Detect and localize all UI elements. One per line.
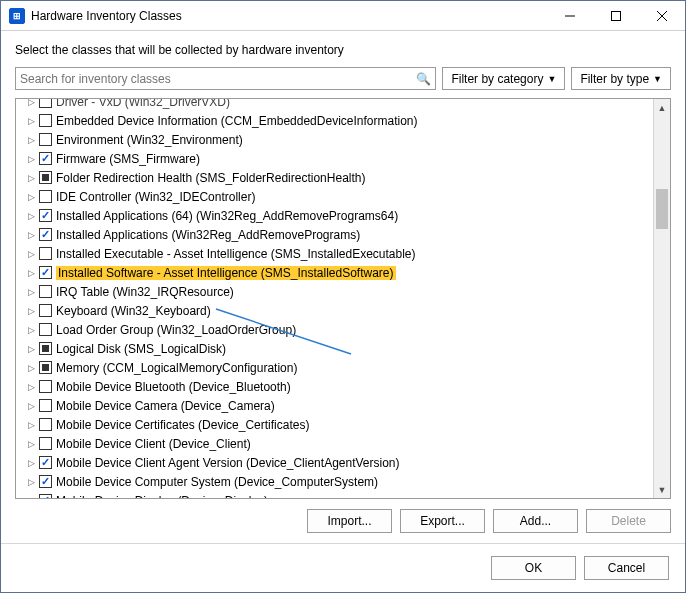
expander-icon[interactable]: ▷ — [26, 458, 37, 468]
search-box[interactable]: 🔍 — [15, 67, 436, 90]
expander-icon[interactable]: ▷ — [26, 477, 37, 487]
expander-icon[interactable]: ▷ — [26, 306, 37, 316]
class-row[interactable]: ▷Environment (Win32_Environment) — [20, 130, 653, 149]
svg-rect-1 — [612, 11, 621, 20]
class-row[interactable]: ▷Folder Redirection Health (SMS_FolderRe… — [20, 168, 653, 187]
window-title: Hardware Inventory Classes — [31, 9, 547, 23]
class-row[interactable]: ▷IRQ Table (Win32_IRQResource) — [20, 282, 653, 301]
expander-icon[interactable]: ▷ — [26, 211, 37, 221]
maximize-button[interactable] — [593, 1, 639, 30]
class-checkbox[interactable] — [39, 247, 52, 260]
class-label: Folder Redirection Health (SMS_FolderRed… — [56, 171, 365, 185]
class-row[interactable]: ▷Mobile Device Display (Device_Display) — [20, 491, 653, 498]
class-checkbox[interactable] — [39, 437, 52, 450]
filter-category-label: Filter by category — [451, 72, 543, 86]
class-row[interactable]: ▷Embedded Device Information (CCM_Embedd… — [20, 111, 653, 130]
class-checkbox[interactable] — [39, 456, 52, 469]
scrollbar-thumb[interactable] — [656, 189, 668, 229]
class-checkbox[interactable] — [39, 494, 52, 498]
class-row[interactable]: ▷Installed Software - Asset Intelligence… — [20, 263, 653, 282]
class-row[interactable]: ▷Logical Disk (SMS_LogicalDisk) — [20, 339, 653, 358]
expander-icon[interactable]: ▷ — [26, 363, 37, 373]
class-checkbox[interactable] — [39, 99, 52, 108]
class-list: ▷Driver - VxD (Win32_DriverVXD)▷Embedded… — [15, 98, 671, 499]
close-button[interactable] — [639, 1, 685, 30]
cancel-button[interactable]: Cancel — [584, 556, 669, 580]
class-row[interactable]: ▷Mobile Device Client Agent Version (Dev… — [20, 453, 653, 472]
class-row[interactable]: ▷IDE Controller (Win32_IDEController) — [20, 187, 653, 206]
add-button[interactable]: Add... — [493, 509, 578, 533]
class-row[interactable]: ▷Mobile Device Camera (Device_Camera) — [20, 396, 653, 415]
filter-category-button[interactable]: Filter by category ▼ — [442, 67, 565, 90]
class-checkbox[interactable] — [39, 228, 52, 241]
class-checkbox[interactable] — [39, 399, 52, 412]
class-checkbox[interactable] — [39, 171, 52, 184]
chevron-down-icon: ▼ — [653, 74, 662, 84]
class-label: Logical Disk (SMS_LogicalDisk) — [56, 342, 226, 356]
class-label: Mobile Device Bluetooth (Device_Bluetoot… — [56, 380, 291, 394]
scrollbar[interactable]: ▲ ▼ — [653, 99, 670, 498]
class-row[interactable]: ▷Mobile Device Client (Device_Client) — [20, 434, 653, 453]
class-row[interactable]: ▷Installed Applications (Win32Reg_AddRem… — [20, 225, 653, 244]
delete-button[interactable]: Delete — [586, 509, 671, 533]
class-row[interactable]: ▷Firmware (SMS_Firmware) — [20, 149, 653, 168]
expander-icon[interactable]: ▷ — [26, 325, 37, 335]
expander-icon[interactable]: ▷ — [26, 439, 37, 449]
class-checkbox[interactable] — [39, 361, 52, 374]
minimize-button[interactable] — [547, 1, 593, 30]
expander-icon[interactable]: ▷ — [26, 268, 37, 278]
class-checkbox[interactable] — [39, 266, 52, 279]
class-checkbox[interactable] — [39, 152, 52, 165]
class-checkbox[interactable] — [39, 475, 52, 488]
class-checkbox[interactable] — [39, 323, 52, 336]
class-row[interactable]: ▷Installed Executable - Asset Intelligen… — [20, 244, 653, 263]
class-checkbox[interactable] — [39, 304, 52, 317]
content-area: Select the classes that will be collecte… — [1, 31, 685, 543]
scroll-down-button[interactable]: ▼ — [654, 481, 670, 498]
class-checkbox[interactable] — [39, 209, 52, 222]
class-checkbox[interactable] — [39, 342, 52, 355]
scroll-up-button[interactable]: ▲ — [654, 99, 670, 116]
expander-icon[interactable]: ▷ — [26, 344, 37, 354]
expander-icon[interactable]: ▷ — [26, 496, 37, 499]
expander-icon[interactable]: ▷ — [26, 230, 37, 240]
class-row[interactable]: ▷Keyboard (Win32_Keyboard) — [20, 301, 653, 320]
class-row[interactable]: ▷Mobile Device Certificates (Device_Cert… — [20, 415, 653, 434]
export-button[interactable]: Export... — [400, 509, 485, 533]
expander-icon[interactable]: ▷ — [26, 420, 37, 430]
expander-icon[interactable]: ▷ — [26, 382, 37, 392]
expander-icon[interactable]: ▷ — [26, 401, 37, 411]
search-input[interactable] — [20, 72, 416, 86]
import-button[interactable]: Import... — [307, 509, 392, 533]
search-filter-row: 🔍 Filter by category ▼ Filter by type ▼ — [15, 67, 671, 90]
expander-icon[interactable]: ▷ — [26, 135, 37, 145]
expander-icon[interactable]: ▷ — [26, 154, 37, 164]
class-label: Firmware (SMS_Firmware) — [56, 152, 200, 166]
expander-icon[interactable]: ▷ — [26, 287, 37, 297]
class-row[interactable]: ▷Mobile Device Computer System (Device_C… — [20, 472, 653, 491]
ok-button[interactable]: OK — [491, 556, 576, 580]
class-row[interactable]: ▷Load Order Group (Win32_LoadOrderGroup) — [20, 320, 653, 339]
filter-type-button[interactable]: Filter by type ▼ — [571, 67, 671, 90]
class-label: Installed Executable - Asset Intelligenc… — [56, 247, 416, 261]
expander-icon[interactable]: ▷ — [26, 173, 37, 183]
class-checkbox[interactable] — [39, 285, 52, 298]
class-label: Environment (Win32_Environment) — [56, 133, 243, 147]
expander-icon[interactable]: ▷ — [26, 192, 37, 202]
class-checkbox[interactable] — [39, 133, 52, 146]
class-label: Mobile Device Client (Device_Client) — [56, 437, 251, 451]
class-row[interactable]: ▷Installed Applications (64) (Win32Reg_A… — [20, 206, 653, 225]
search-icon[interactable]: 🔍 — [416, 72, 431, 86]
class-checkbox[interactable] — [39, 190, 52, 203]
class-checkbox[interactable] — [39, 114, 52, 127]
class-row[interactable]: ▷Memory (CCM_LogicalMemoryConfiguration) — [20, 358, 653, 377]
class-checkbox[interactable] — [39, 418, 52, 431]
class-checkbox[interactable] — [39, 380, 52, 393]
class-label: Mobile Device Client Agent Version (Devi… — [56, 456, 400, 470]
expander-icon[interactable]: ▷ — [26, 116, 37, 126]
expander-icon[interactable]: ▷ — [26, 99, 37, 107]
class-row[interactable]: ▷Driver - VxD (Win32_DriverVXD) — [20, 99, 653, 111]
class-row[interactable]: ▷Mobile Device Bluetooth (Device_Bluetoo… — [20, 377, 653, 396]
filter-type-label: Filter by type — [580, 72, 649, 86]
expander-icon[interactable]: ▷ — [26, 249, 37, 259]
